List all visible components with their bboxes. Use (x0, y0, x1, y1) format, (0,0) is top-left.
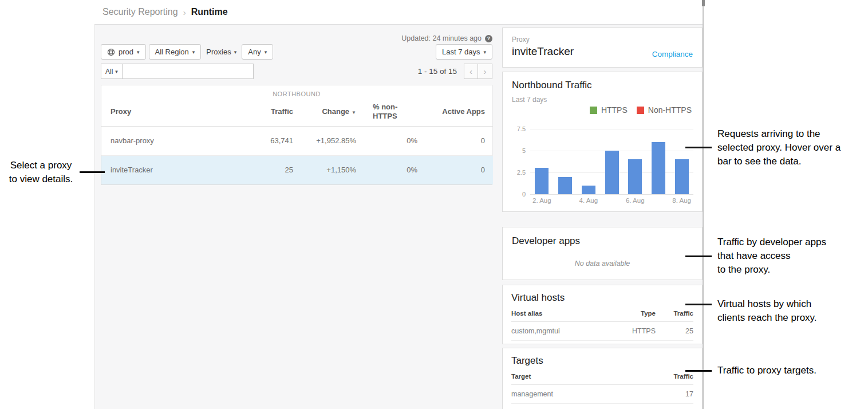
time-range-label: Last 7 days (442, 48, 480, 56)
pagination: 1 - 15 of 15 ‹ › (418, 64, 492, 79)
annotation-line: Traffic by developer apps (717, 235, 826, 249)
chart-subtitle: Last 7 days (512, 96, 693, 104)
prev-page-button[interactable]: ‹ (464, 64, 478, 79)
proxy-detail-card: Proxy inviteTracker Compliance (502, 27, 703, 68)
help-icon[interactable]: ? (485, 35, 492, 42)
column-header-change[interactable]: Change▼ (293, 97, 356, 126)
column-header-target: Target (511, 373, 656, 380)
table-row: management 17 (511, 385, 693, 404)
column-header-type: Type (610, 310, 656, 317)
chevron-down-icon: ▾ (265, 49, 267, 55)
chart-bar[interactable] (652, 142, 665, 194)
chart-bar[interactable] (582, 186, 595, 194)
chart-bar[interactable] (675, 159, 689, 194)
cell-non-https: 0% (356, 155, 417, 184)
chart-bar-slot (670, 129, 693, 194)
targets-table: Target Traffic management 17 (511, 373, 693, 404)
chevron-down-icon: ▾ (483, 49, 486, 55)
x-axis-tick-label: 6. Aug (624, 197, 647, 204)
search-input[interactable] (123, 64, 254, 79)
chevron-down-icon: ▾ (192, 49, 195, 55)
any-label: Any (248, 48, 261, 56)
x-axis-tick-label: 8. Aug (670, 197, 693, 204)
next-page-button[interactable]: › (478, 64, 492, 79)
y-axis-tick-label: 5 (510, 147, 526, 154)
chevron-down-icon: ▾ (234, 49, 237, 55)
cell-proxy-name: navbar-proxy (101, 126, 224, 155)
annotation-line: bar to see the data. (717, 155, 841, 168)
table-header-row: Host alias Type Traffic (511, 310, 693, 322)
column-header-traffic[interactable]: Traffic (224, 97, 293, 126)
cell-host-alias: custom,mgmtui (511, 327, 610, 335)
breadcrumb-separator-icon: › (183, 7, 186, 17)
cell-active-apps: 0 (417, 126, 493, 155)
developer-apps-card: Developer apps No data available (502, 227, 703, 280)
annotation-line: to the proxy. (717, 263, 826, 277)
proxies-dropdown[interactable]: Proxies ▾ (204, 48, 239, 56)
chart-bar-slot (600, 129, 624, 194)
legend-item: Non-HTTPS (637, 105, 692, 115)
breadcrumb-parent[interactable]: Security Reporting (102, 7, 178, 17)
column-header-proxy[interactable]: Proxy (101, 97, 224, 126)
callout-line (80, 171, 105, 173)
callout-line (685, 304, 712, 305)
chart-title: Northbound Traffic (512, 80, 693, 91)
annotation-virtual-hosts: Virtual hosts by which clients reach the… (717, 297, 817, 325)
cell-proxy-name: inviteTracker (101, 155, 224, 184)
x-axis-tick-label (554, 197, 577, 204)
x-axis-tick-label: 4. Aug (577, 197, 600, 204)
callout-line (685, 370, 712, 372)
column-header-non-https[interactable]: % non-HTTPS (356, 97, 417, 126)
cell-traffic: 17 (656, 390, 693, 398)
annotation-northbound-chart: Requests arriving to the selected proxy.… (717, 127, 841, 168)
y-axis-tick-label: 2.5 (510, 169, 526, 176)
chart-gridline: 0 (530, 194, 693, 195)
cell-type: HTTPS (610, 327, 656, 335)
scrollbar-thumb[interactable] (702, 0, 705, 6)
column-header-traffic: Traffic (656, 310, 693, 317)
annotation-line: to view details. (0, 172, 82, 186)
chart-bar-slot (577, 129, 600, 194)
targets-card: Targets Target Traffic management 17 (502, 348, 703, 409)
y-axis-tick-label: 0 (510, 191, 526, 198)
chart-bar[interactable] (558, 177, 572, 194)
search-scope-label: All (105, 68, 113, 76)
pagination-range: 1 - 15 of 15 (418, 67, 457, 76)
table-row[interactable]: navbar-proxy 63,741 +1,952.85% 0% 0 (101, 126, 493, 155)
globe-icon (107, 48, 115, 56)
table-row-selected[interactable]: inviteTracker 25 +1,150% 0% 0 (101, 155, 493, 184)
cell-target: management (511, 390, 656, 398)
empty-state-message: No data available (512, 259, 693, 268)
proxy-label: Proxy (512, 36, 693, 44)
chart-bar[interactable] (628, 159, 642, 194)
chart-bar[interactable] (535, 168, 549, 194)
panel-divider (703, 0, 704, 409)
column-header-active-apps[interactable]: Active Apps (417, 97, 493, 126)
cell-active-apps: 0 (417, 155, 493, 184)
chart-bar-slot (530, 129, 554, 194)
chart-legend: HTTPSNon-HTTPS (590, 105, 692, 115)
compliance-link[interactable]: Compliance (652, 50, 693, 58)
chart-bar[interactable] (605, 151, 619, 194)
cell-traffic: 25 (224, 155, 293, 184)
cell-change: +1,150% (293, 155, 356, 184)
environment-dropdown[interactable]: prod ▾ (101, 44, 146, 60)
virtual-hosts-card: Virtual hosts Host alias Type Traffic cu… (502, 285, 703, 344)
chart-bar-slot (554, 129, 577, 194)
targets-title: Targets (511, 355, 693, 367)
callout-line (685, 147, 712, 148)
proxies-label: Proxies (206, 48, 231, 56)
any-dropdown[interactable]: Any ▾ (242, 44, 273, 60)
time-range-dropdown[interactable]: Last 7 days ▾ (436, 44, 492, 60)
legend-label: HTTPS (601, 105, 628, 115)
annotation-line: that have access (717, 249, 826, 263)
x-axis-tick-label: 2. Aug (530, 197, 554, 204)
chart-bar-slot (624, 129, 647, 194)
annotation-line: clients reach the proxy. (717, 311, 817, 325)
column-header-change-label: Change (322, 107, 349, 116)
search-scope-dropdown[interactable]: All ▾ (101, 64, 123, 79)
legend-item: HTTPS (590, 105, 628, 115)
region-dropdown[interactable]: All Region ▾ (149, 44, 202, 60)
column-header-host-alias: Host alias (511, 310, 610, 317)
annotation-line: Traffic to proxy targets. (717, 364, 816, 377)
